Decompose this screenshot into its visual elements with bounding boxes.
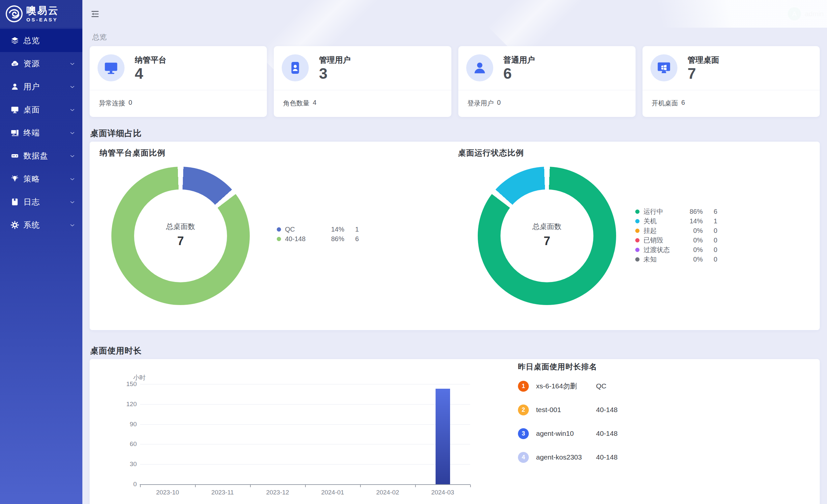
rank-badge: 1 bbox=[518, 381, 529, 392]
chevron-down-icon bbox=[69, 131, 75, 136]
avatar[interactable]: A bbox=[788, 7, 801, 20]
x-axis-tick bbox=[305, 485, 306, 487]
legend-item[interactable]: 过渡状态0%0 bbox=[635, 245, 717, 255]
legend-dot bbox=[635, 238, 639, 243]
stat-card-value: 7 bbox=[688, 64, 696, 82]
legend-percent: 0% bbox=[682, 227, 703, 235]
legend-percent: 0% bbox=[682, 237, 703, 244]
legend-name: 已销毁 bbox=[643, 236, 682, 245]
y-axis-tick-label: 150 bbox=[117, 381, 137, 388]
legend-name: 40-148 bbox=[285, 235, 324, 243]
ranking-platform: QC bbox=[596, 382, 606, 390]
stat-card-footer-value: 0 bbox=[129, 99, 132, 108]
section-title-occupancy: 桌面详细占比 bbox=[90, 128, 142, 139]
donut-center-label: 总桌面数 bbox=[478, 222, 616, 232]
legend-item[interactable]: 已销毁0%0 bbox=[635, 236, 717, 245]
status-donut-chart: 总桌面数 7 bbox=[478, 167, 616, 305]
platform-donut-title: 纳管平台桌面比例 bbox=[99, 148, 165, 158]
main-content: 总览 纳管平台4异常连接0管理用户3角色数量4普通用户6登录用户0管理桌面7开机… bbox=[82, 28, 827, 504]
status-donut-title: 桌面运行状态比例 bbox=[458, 148, 524, 158]
legend-dot bbox=[635, 209, 639, 214]
occupancy-panel: 纳管平台桌面比例 桌面运行状态比例 总桌面数 7 QC14%140-14886%… bbox=[90, 142, 820, 330]
legend-count: 1 bbox=[344, 225, 359, 233]
chevron-down-icon bbox=[69, 223, 75, 228]
gridline bbox=[140, 424, 470, 424]
y-axis-tick-label: 0 bbox=[117, 481, 137, 488]
gridline bbox=[140, 444, 470, 444]
dashboard-page: 噢易云 OS-EASY 总览资源用户桌面终端数据盘策略日志系统 A admin … bbox=[0, 0, 827, 504]
sidebar-item-logs[interactable]: 日志 bbox=[0, 190, 82, 213]
legend-count: 6 bbox=[344, 235, 359, 243]
legend-count: 6 bbox=[703, 208, 717, 215]
sidebar-item-resources[interactable]: 资源 bbox=[0, 52, 82, 75]
legend-item[interactable]: 关机14%1 bbox=[635, 216, 717, 226]
stat-card-title: 管理桌面 bbox=[688, 55, 719, 65]
chevron-down-icon bbox=[69, 84, 75, 90]
usage-bar bbox=[436, 389, 450, 484]
ranking-row: 2test-00140-148 bbox=[518, 398, 618, 422]
sidebar-item-label: 用户 bbox=[23, 81, 40, 92]
logo-title: 噢易云 bbox=[27, 5, 59, 16]
legend-name: 未知 bbox=[643, 255, 682, 264]
legend-item[interactable]: 40-14886%6 bbox=[277, 234, 359, 244]
stat-card-footer-value: 0 bbox=[497, 99, 501, 108]
sidebar-item-label: 资源 bbox=[23, 58, 40, 69]
ranking-list: 1xs-6-164勿删QC2test-00140-1483agent-win10… bbox=[518, 374, 618, 469]
legend-item[interactable]: QC14%1 bbox=[277, 225, 359, 234]
legend-item[interactable]: 运行中86%6 bbox=[635, 207, 717, 216]
username: admin bbox=[805, 10, 824, 18]
stat-card-desktops: 管理桌面7开机桌面6 bbox=[642, 46, 820, 117]
chevron-down-icon bbox=[69, 153, 75, 159]
stat-card-title: 普通用户 bbox=[503, 55, 535, 65]
legend-item[interactable]: 挂起0%0 bbox=[635, 226, 717, 236]
user-menu[interactable]: A admin bbox=[788, 7, 824, 20]
x-axis-tick-label: 2023-11 bbox=[195, 489, 250, 496]
legend-name: 过渡状态 bbox=[643, 245, 682, 254]
legend-dot bbox=[635, 257, 639, 261]
sidebar-item-terminals[interactable]: 终端 bbox=[0, 121, 82, 144]
x-axis-tick-label: 2024-02 bbox=[360, 489, 415, 496]
sidebar-item-label: 终端 bbox=[23, 128, 40, 138]
ranking-title: 昨日桌面使用时长排名 bbox=[518, 362, 597, 372]
legend-count: 0 bbox=[703, 227, 717, 235]
policies-icon bbox=[10, 174, 19, 183]
x-axis-tick bbox=[470, 485, 471, 487]
stat-card-footer-label: 异常连接 bbox=[99, 99, 125, 108]
stat-card-title: 纳管平台 bbox=[135, 55, 166, 65]
status-donut-legend: 运行中86%6关机14%1挂起0%0已销毁0%0过渡状态0%0未知0%0 bbox=[635, 207, 717, 264]
sidebar-item-overview[interactable]: 总览 bbox=[0, 29, 82, 52]
legend-count: 1 bbox=[703, 217, 717, 225]
sidebar-item-desktops[interactable]: 桌面 bbox=[0, 98, 82, 121]
stat-card-footer-label: 角色数量 bbox=[283, 99, 309, 108]
stat-cards-row: 纳管平台4异常连接0管理用户3角色数量4普通用户6登录用户0管理桌面7开机桌面6 bbox=[90, 46, 820, 117]
donut-center-value: 7 bbox=[478, 234, 616, 248]
x-axis-tick bbox=[415, 485, 416, 487]
usage-panel: 小时 15012090603002023-102023-112023-12202… bbox=[90, 359, 820, 504]
ranking-desktop-name: xs-6-164勿删 bbox=[536, 382, 585, 391]
platform-donut-chart: 总桌面数 7 bbox=[111, 167, 250, 305]
y-axis-tick-label: 60 bbox=[117, 441, 137, 448]
sidebar-item-label: 数据盘 bbox=[23, 151, 48, 161]
legend-percent: 86% bbox=[324, 235, 344, 243]
legend-percent: 0% bbox=[682, 256, 703, 263]
sidebar-item-system[interactable]: 系统 bbox=[0, 213, 82, 237]
divider bbox=[458, 90, 636, 90]
legend-dot bbox=[635, 248, 639, 252]
ranking-row: 1xs-6-164勿删QC bbox=[518, 374, 618, 398]
divider bbox=[90, 90, 267, 90]
stat-card-value: 3 bbox=[319, 64, 328, 82]
sidebar-item-users[interactable]: 用户 bbox=[0, 75, 82, 98]
legend-item[interactable]: 未知0%0 bbox=[635, 255, 717, 264]
sidebar-item-policies[interactable]: 策略 bbox=[0, 167, 82, 190]
legend-dot bbox=[635, 219, 639, 223]
legend-name: 运行中 bbox=[643, 207, 682, 216]
logs-icon bbox=[10, 198, 19, 206]
users-icon bbox=[10, 82, 19, 91]
sidebar-item-datadisks[interactable]: 数据盘 bbox=[0, 144, 82, 167]
collapse-sidebar-icon[interactable] bbox=[91, 9, 99, 18]
ranking-desktop-name: test-001 bbox=[536, 406, 585, 414]
terminals-icon bbox=[10, 129, 19, 137]
user-icon bbox=[466, 54, 493, 81]
legend-count: 0 bbox=[703, 246, 717, 254]
sidebar-item-label: 桌面 bbox=[23, 104, 40, 115]
